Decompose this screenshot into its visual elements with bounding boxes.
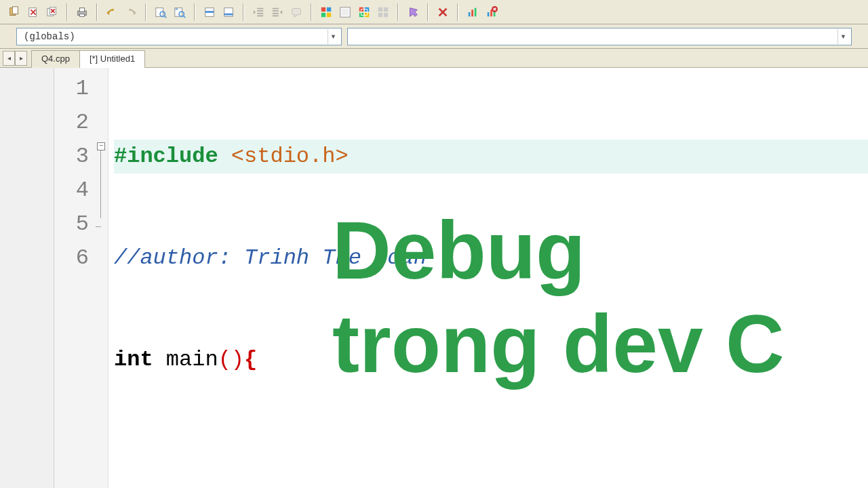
run-icon[interactable]: [336, 3, 354, 21]
close-all-icon[interactable]: [43, 3, 61, 21]
rebuild-icon[interactable]: [374, 3, 392, 21]
code-editor[interactable]: 1 2 3 − 4 5 6 #include <stdio.h> //autho…: [54, 68, 868, 488]
tab-q4-cpp[interactable]: Q4.cpp: [31, 50, 80, 68]
scope-combo-text: (globals): [24, 31, 75, 42]
print-icon[interactable]: [73, 3, 91, 21]
close-file-icon[interactable]: [24, 3, 42, 21]
token-include-target: <stdio.h>: [231, 144, 349, 169]
goto-line-icon[interactable]: [201, 3, 218, 21]
svg-rect-31: [378, 7, 382, 11]
members-combo[interactable]: ▾: [347, 28, 852, 45]
code-text[interactable]: #include <stdio.h> //author: Trinh The H…: [108, 68, 868, 488]
tab-label: [*] Untitled1: [90, 54, 135, 64]
svg-rect-23: [327, 12, 331, 16]
line-number: 4: [54, 174, 89, 207]
svg-rect-18: [224, 13, 233, 15]
compile-icon[interactable]: [317, 3, 335, 21]
svg-rect-22: [321, 12, 326, 16]
line-number: 2: [54, 106, 89, 140]
debug-start-icon[interactable]: [404, 3, 422, 21]
tab-label: Q4.cpp: [41, 54, 70, 64]
svg-rect-32: [384, 7, 388, 11]
svg-line-13: [183, 16, 185, 18]
debug-stop-icon[interactable]: [434, 3, 452, 21]
svg-rect-38: [488, 12, 490, 16]
svg-line-10: [164, 16, 166, 18]
svg-rect-39: [490, 9, 492, 16]
svg-rect-36: [471, 9, 473, 16]
profile-icon[interactable]: [464, 3, 481, 21]
token-parens: (): [218, 347, 244, 372]
svg-rect-21: [327, 7, 331, 11]
svg-rect-19: [292, 8, 301, 14]
indent-right-icon[interactable]: [269, 3, 286, 21]
svg-rect-34: [384, 12, 388, 16]
svg-rect-35: [469, 12, 471, 16]
token-function: main: [166, 347, 218, 372]
replace-icon[interactable]: [171, 3, 189, 21]
profile-delete-icon[interactable]: [483, 3, 500, 21]
svg-rect-14: [176, 8, 178, 9]
svg-rect-33: [378, 12, 382, 16]
svg-rect-16: [205, 11, 214, 13]
token-preprocessor: #include: [114, 144, 218, 169]
svg-rect-37: [475, 7, 477, 16]
line-number: 3 −: [54, 140, 89, 174]
line-number-gutter: 1 2 3 − 4 5 6: [54, 68, 108, 488]
line-number: 5: [54, 207, 89, 241]
svg-rect-6: [79, 7, 84, 11]
tab-scroll-left-icon[interactable]: ◂: [3, 51, 15, 66]
main-toolbar: [0, 0, 868, 24]
indent-left-icon[interactable]: [250, 3, 267, 21]
scope-combo[interactable]: (globals) ▾: [16, 28, 342, 45]
compile-run-icon[interactable]: [355, 3, 373, 21]
svg-rect-1: [12, 6, 18, 14]
line-number: 1: [54, 72, 89, 106]
tab-scroll-right-icon[interactable]: ▸: [15, 51, 27, 66]
line-number: 6: [54, 241, 89, 275]
bookmark-toggle-icon[interactable]: [220, 3, 237, 21]
fold-collapse-icon[interactable]: −: [97, 142, 105, 150]
toggle-comment-icon[interactable]: [288, 3, 305, 21]
editor-area: 1 2 3 − 4 5 6 #include <stdio.h> //autho…: [0, 68, 868, 488]
svg-rect-25: [342, 8, 349, 16]
tab-untitled1[interactable]: [*] Untitled1: [79, 50, 145, 68]
editor-tabstrip: ◂ ▸ Q4.cpp [*] Untitled1: [0, 49, 868, 68]
chevron-down-icon: ▾: [328, 29, 338, 44]
undo-icon[interactable]: [103, 3, 121, 21]
find-icon[interactable]: [152, 3, 170, 21]
svg-rect-20: [321, 7, 326, 11]
chevron-down-icon: ▾: [837, 29, 848, 44]
copy-all-icon[interactable]: [5, 3, 23, 21]
redo-icon[interactable]: [122, 3, 140, 21]
token-comment: //author: Trinh The Hoan: [114, 245, 427, 270]
scope-bar: (globals) ▾ ▾: [0, 24, 868, 49]
token-keyword: int: [114, 347, 153, 372]
project-sidebar-collapsed[interactable]: [0, 68, 54, 488]
token-brace: {: [244, 347, 257, 372]
svg-rect-7: [79, 14, 84, 16]
